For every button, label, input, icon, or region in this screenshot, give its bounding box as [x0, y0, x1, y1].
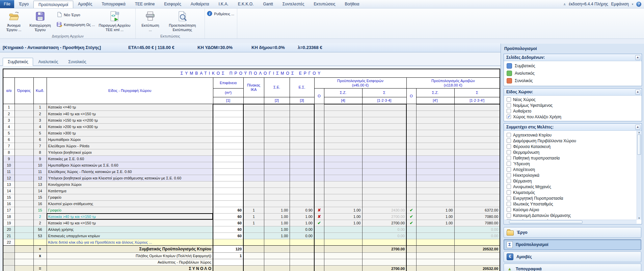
cell-es[interactable]: [290, 181, 314, 188]
cell-floor[interactable]: [15, 232, 33, 239]
cell-fees-sz[interactable]: [416, 239, 454, 245]
cell-area[interactable]: [213, 188, 243, 194]
cell-aa[interactable]: 4: [3, 123, 15, 130]
cell-fees-sum[interactable]: [454, 149, 500, 155]
checkbox-icon[interactable]: [507, 167, 511, 172]
cell-code[interactable]: 14: [33, 188, 47, 194]
cell-code[interactable]: 16: [33, 200, 47, 207]
cell-se[interactable]: [264, 110, 290, 117]
cell-se[interactable]: [264, 149, 290, 155]
cell-ika[interactable]: [243, 110, 264, 117]
cell-space-name[interactable]: Κλειστοί χώροι στάθμευσης: [47, 200, 213, 207]
cell-fees-sz[interactable]: [416, 117, 454, 123]
cell-contrib-check[interactable]: [314, 136, 324, 143]
cell-fees-sum[interactable]: [454, 188, 500, 194]
cell-contrib-sum[interactable]: [362, 181, 406, 188]
cell-aa[interactable]: 16: [3, 200, 15, 207]
cell-se[interactable]: [264, 181, 290, 188]
cell-ika[interactable]: [243, 188, 264, 194]
cell-aa[interactable]: 5: [3, 130, 15, 136]
cell-se[interactable]: [264, 143, 290, 149]
cell-fees-check[interactable]: [406, 175, 416, 181]
cell-contrib-check[interactable]: [314, 155, 324, 162]
menubar-item[interactable]: Έργο: [14, 0, 33, 8]
sidebar-nav-sigma[interactable]: ΣΠροϋπολογισμοί: [504, 239, 641, 250]
cell-area[interactable]: 60: [213, 226, 243, 232]
cell-se[interactable]: [264, 239, 290, 245]
cell-contrib-sum[interactable]: [362, 162, 406, 168]
checkbox-icon[interactable]: [507, 162, 511, 166]
cell-space-name[interactable]: Κατοικία >300 τμ: [47, 130, 213, 136]
cell-code[interactable]: 12: [33, 175, 47, 181]
cell-contrib-check[interactable]: [314, 175, 324, 181]
cell-es[interactable]: [290, 123, 314, 130]
cell-se[interactable]: 1.00: [264, 226, 290, 232]
cell-contrib-sum[interactable]: [362, 239, 406, 245]
menubar-item[interactable]: Εισφορές: [159, 0, 186, 8]
cell-aa[interactable]: 12: [3, 175, 15, 181]
cell-ika[interactable]: [243, 200, 264, 207]
cell-area[interactable]: 60: [213, 220, 243, 226]
cell-contrib-check[interactable]: ✔: [314, 220, 324, 226]
cell-area[interactable]: 60: [213, 207, 243, 213]
cell-code[interactable]: 7: [33, 143, 47, 149]
cell-fees-sum[interactable]: [454, 194, 500, 200]
cell-contrib-sum[interactable]: 0.00: [362, 232, 406, 239]
checkbox-item[interactable]: Αυθαίρετο: [504, 108, 642, 114]
checkbox-icon[interactable]: [507, 139, 511, 143]
cell-code[interactable]: 11: [33, 168, 47, 175]
cell-code[interactable]: 5: [33, 130, 47, 136]
checkbox-item[interactable]: Παθητική πυροπροστασία: [504, 155, 636, 161]
checkbox-item[interactable]: Θερμομόνωση: [504, 149, 636, 155]
cell-floor[interactable]: [15, 162, 33, 168]
cell-fees-check[interactable]: [406, 162, 416, 168]
cell-code[interactable]: 9: [33, 155, 47, 162]
checkbox-item[interactable]: Κλιματισμός: [504, 190, 636, 195]
cell-contrib-sz[interactable]: [324, 181, 362, 188]
cell-ika[interactable]: [243, 143, 264, 149]
cell-se[interactable]: [264, 123, 290, 130]
vertical-scrollbar[interactable]: ▲ ▼: [637, 131, 641, 220]
cell-fees-sum[interactable]: 0.00: [454, 226, 500, 232]
cell-code[interactable]: 6: [33, 136, 47, 143]
cell-fees-sz[interactable]: 1.00: [416, 207, 454, 213]
cell-contrib-sz[interactable]: [324, 130, 362, 136]
export-tee-xml-button[interactable]: <> Παραγωγή Αρχείου ΤΕΕ xml ...: [96, 9, 133, 33]
menubar-item[interactable]: Ι.Κ.Α.: [214, 0, 233, 8]
cell-ika[interactable]: [243, 181, 264, 188]
cell-floor[interactable]: [15, 123, 33, 130]
cell-se[interactable]: 1.00: [264, 232, 290, 239]
cell-area[interactable]: 60: [213, 213, 243, 220]
cell-space-name[interactable]: Κατοικία <=40 τμ: [47, 104, 213, 111]
scrollbar-thumb[interactable]: [509, 220, 583, 224]
checkbox-item[interactable]: Ανυψωτικές Μηχανές: [504, 184, 636, 190]
cell-es[interactable]: [290, 155, 314, 162]
cell-aa[interactable]: 7: [3, 143, 15, 149]
legend-item[interactable]: Συμβατικός: [504, 62, 642, 70]
cell-area[interactable]: [213, 123, 243, 130]
cell-fees-sz[interactable]: [416, 175, 454, 181]
cell-floor[interactable]: [15, 143, 33, 149]
cell-floor[interactable]: [15, 149, 33, 155]
cell-floor[interactable]: [15, 136, 33, 143]
checkbox-icon[interactable]: [507, 179, 511, 183]
cell-fees-sum[interactable]: [454, 155, 500, 162]
cell-contrib-check[interactable]: [314, 130, 324, 136]
display-menu[interactable]: Εμφάνιση: [611, 2, 629, 6]
cell-fees-check[interactable]: [406, 226, 416, 232]
cell-fees-check[interactable]: [406, 239, 416, 245]
cell-se[interactable]: 1.00: [264, 220, 290, 226]
cell-se[interactable]: [264, 130, 290, 136]
cell-contrib-check[interactable]: [314, 149, 324, 155]
checkbox-item[interactable]: Νομίμως Υφιστάμενος: [504, 102, 642, 108]
cell-floor[interactable]: [15, 207, 33, 213]
cell-contrib-sum[interactable]: 2700.00: [362, 220, 406, 226]
cell-contrib-sum[interactable]: [362, 117, 406, 123]
cell-contrib-check[interactable]: [314, 123, 324, 130]
cell-fees-sz[interactable]: [416, 168, 454, 175]
cell-ika[interactable]: 1: [243, 207, 264, 213]
cell-floor[interactable]: [15, 117, 33, 123]
cell-code[interactable]: 56: [33, 226, 47, 232]
cell-space-name[interactable]: Υπόγειοι βοηθητικοί χώροι: [47, 149, 213, 155]
save-project-button[interactable]: Καταχώρηση Έργου: [26, 9, 55, 33]
